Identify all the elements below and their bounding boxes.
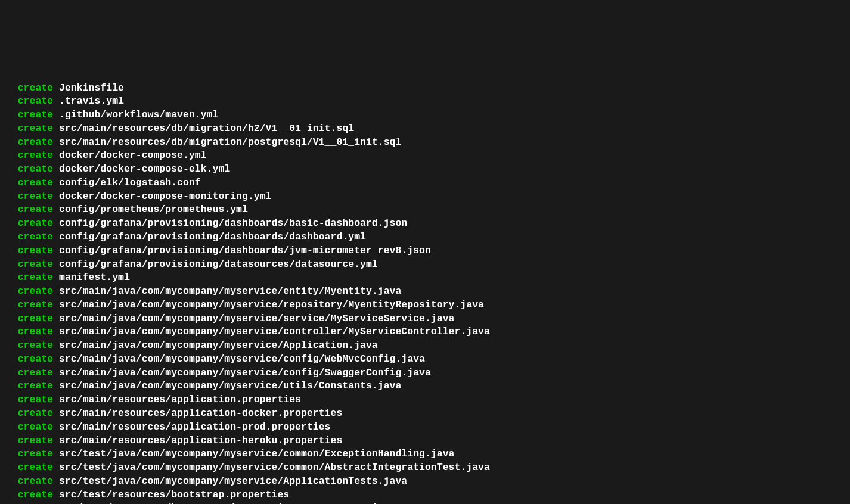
create-label: create [18, 448, 53, 459]
create-file-line: create src/main/java/com/mycompany/myser… [0, 379, 850, 393]
create-file-line: create src/main/java/com/mycompany/myser… [0, 285, 850, 298]
create-file-line: create docker/docker-compose-elk.yml [0, 163, 850, 176]
create-file-line: create docker/docker-compose.yml [0, 149, 850, 163]
create-file-line: create config/grafana/provisioning/datas… [0, 258, 850, 272]
file-path: config/grafana/provisioning/datasources/… [59, 259, 378, 270]
create-file-line: create src/main/java/com/mycompany/myser… [0, 325, 850, 339]
indent [0, 204, 18, 215]
indent [0, 367, 18, 378]
create-file-line: create .github/workflows/maven.yml [0, 108, 850, 122]
create-file-line: create config/prometheus/prometheus.yml [0, 203, 850, 217]
create-label: create [18, 191, 53, 202]
file-path: src/test/java/com/mycompany/myservice/co… [59, 448, 454, 459]
terminal-output[interactable]: create Jenkinsfile create .travis.yml cr… [0, 54, 850, 504]
create-label: create [18, 367, 53, 378]
create-label: create [18, 326, 53, 337]
create-label: create [18, 109, 53, 120]
indent [0, 259, 18, 270]
create-label: create [18, 421, 53, 433]
indent [0, 421, 18, 433]
file-path: src/main/resources/application-docker.pr… [59, 407, 342, 419]
create-file-line: create Jenkinsfile [0, 82, 850, 95]
indent [0, 407, 18, 419]
file-path: src/main/java/com/mycompany/myservice/co… [59, 367, 431, 378]
create-label: create [18, 407, 53, 419]
indent [0, 462, 18, 473]
create-file-line: create config/grafana/provisioning/dashb… [0, 244, 850, 258]
file-path: src/main/java/com/mycompany/myservice/co… [59, 326, 490, 337]
file-path: src/test/resources/bootstrap.properties [59, 489, 289, 500]
create-file-line: create src/main/resources/db/migration/p… [0, 136, 850, 150]
create-file-line: create config/grafana/provisioning/dashb… [0, 231, 850, 244]
file-path: manifest.yml [59, 272, 130, 283]
indent [0, 272, 18, 283]
file-path: .github/workflows/maven.yml [59, 109, 218, 120]
create-file-line: create src/main/resources/application-he… [0, 434, 850, 448]
create-label: create [18, 380, 53, 391]
create-label: create [18, 340, 53, 351]
create-label: create [18, 489, 53, 500]
file-path: config/grafana/provisioning/dashboards/d… [59, 231, 366, 242]
indent [0, 313, 18, 324]
indent [0, 177, 18, 188]
file-path: src/main/java/com/mycompany/myservice/ut… [59, 380, 401, 391]
indent [0, 82, 18, 94]
indent [0, 245, 18, 256]
create-label: create [18, 313, 53, 324]
create-label: create [18, 475, 53, 487]
file-path: config/prometheus/prometheus.yml [59, 204, 248, 215]
create-file-line: create src/test/java/com/mycompany/myser… [0, 461, 850, 475]
create-file-line: create src/test/java/com/mycompany/myser… [0, 475, 850, 489]
indent [0, 435, 18, 446]
indent [0, 380, 18, 391]
indent [0, 340, 18, 351]
create-label: create [18, 285, 53, 297]
create-file-line: create src/main/resources/application-do… [0, 407, 850, 421]
create-label: create [18, 163, 53, 175]
indent [0, 231, 18, 242]
file-path: src/main/java/com/mycompany/myservice/se… [59, 313, 454, 324]
create-label: create [18, 217, 53, 229]
create-file-line: create src/main/java/com/mycompany/myser… [0, 339, 850, 353]
file-path: src/main/java/com/mycompany/myservice/Ap… [59, 340, 378, 351]
file-path: src/main/resources/application-prod.prop… [59, 421, 330, 433]
create-label: create [18, 394, 53, 405]
indent [0, 123, 18, 134]
create-label: create [18, 462, 53, 473]
indent [0, 489, 18, 500]
indent [0, 217, 18, 229]
file-path: config/grafana/provisioning/dashboards/b… [59, 217, 407, 229]
indent [0, 163, 18, 175]
file-path: Jenkinsfile [59, 82, 124, 94]
indent [0, 109, 18, 120]
indent [0, 191, 18, 202]
indent [0, 353, 18, 365]
indent [0, 475, 18, 487]
file-path: src/main/java/com/mycompany/myservice/re… [59, 299, 484, 310]
create-label: create [18, 136, 53, 148]
create-file-line: create src/test/resources/bootstrap.prop… [0, 489, 850, 502]
create-file-line: create src/main/java/com/mycompany/myser… [0, 353, 850, 366]
create-file-line: create config/grafana/provisioning/dashb… [0, 217, 850, 231]
file-path: src/test/java/com/mycompany/myservice/co… [59, 462, 490, 473]
create-label: create [18, 204, 53, 215]
file-path: .travis.yml [59, 95, 124, 107]
create-file-line: create src/main/resources/application-pr… [0, 421, 850, 434]
indent [0, 448, 18, 459]
create-file-line: create src/main/java/com/mycompany/myser… [0, 298, 850, 312]
create-label: create [18, 150, 53, 161]
create-file-line: create src/main/resources/application.pr… [0, 393, 850, 407]
create-file-line: create src/test/java/com/mycompany/myser… [0, 447, 850, 461]
create-label: create [18, 177, 53, 188]
create-label: create [18, 259, 53, 270]
create-label: create [18, 123, 53, 134]
indent [0, 299, 18, 310]
create-label: create [18, 435, 53, 446]
indent [0, 326, 18, 337]
create-file-line: create src/main/resources/db/migration/h… [0, 122, 850, 136]
file-path: config/grafana/provisioning/dashboards/j… [59, 245, 431, 256]
create-file-line: create src/test/resources/bootstrap-inte… [0, 502, 850, 504]
create-file-line: create manifest.yml [0, 271, 850, 285]
create-label: create [18, 231, 53, 242]
file-path: src/main/java/com/mycompany/myservice/co… [59, 353, 425, 365]
